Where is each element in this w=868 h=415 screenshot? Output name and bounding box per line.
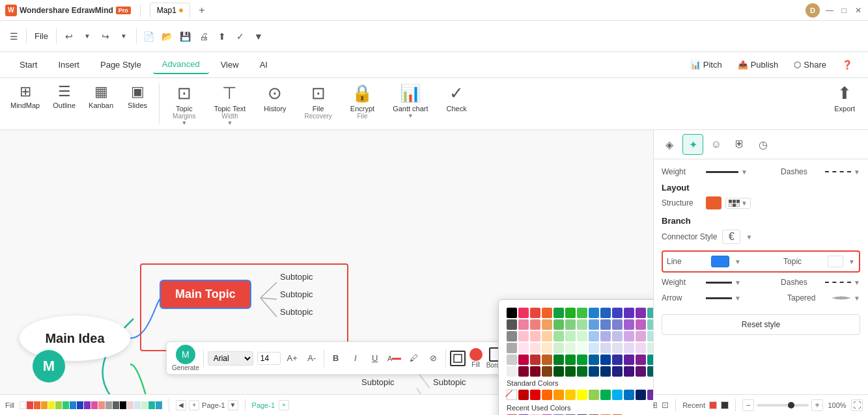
ribbon-slides[interactable]: ▣ Slides (121, 81, 154, 127)
sidebar-toggle[interactable]: ☰ (5, 28, 22, 45)
bb-color-lightgreen[interactable] (141, 401, 148, 409)
bb-color-purple[interactable] (84, 401, 91, 409)
menu-advanced[interactable]: Advanced (153, 55, 209, 74)
main-idea-node[interactable]: Main Idea (20, 315, 130, 361)
color-sienna[interactable] (542, 355, 552, 365)
color-lightpink[interactable] (518, 319, 529, 330)
menu-insert[interactable]: Insert (49, 56, 89, 74)
ribbon-check[interactable]: ✓ Check (439, 81, 475, 127)
redo-arrow[interactable]: ▼ (115, 28, 132, 45)
redo-button[interactable]: ↪ (97, 28, 114, 45)
weight-control[interactable]: ▼ (706, 168, 748, 176)
dashes-control[interactable]: ▼ (825, 168, 860, 176)
ribbon-file-recovery[interactable]: ⊡ File Recovery (297, 81, 340, 127)
color-darkforest[interactable] (565, 366, 576, 377)
highlight-button[interactable]: 🖊 (406, 351, 422, 366)
share-button[interactable]: ⬡ Share (789, 57, 832, 72)
color-green4[interactable] (565, 355, 576, 365)
bb-color-lightblue2[interactable] (134, 401, 141, 409)
structure-color[interactable] (706, 196, 721, 209)
color-darknavy[interactable] (600, 366, 611, 377)
color-violet[interactable] (624, 308, 634, 318)
no-color[interactable] (507, 390, 517, 400)
recent-color-2[interactable] (721, 401, 729, 409)
color-skyblue[interactable] (589, 319, 599, 330)
color-green1[interactable] (553, 308, 564, 318)
color-aliceblue[interactable] (589, 343, 599, 353)
color-darkteal[interactable] (647, 355, 653, 365)
color-blue1[interactable] (589, 308, 599, 318)
bb-color-yellow[interactable] (48, 401, 55, 409)
color-salmon[interactable] (530, 319, 540, 330)
publish-button[interactable]: 📤 Publish (733, 57, 784, 72)
color-apricot[interactable] (542, 331, 552, 341)
color-gray[interactable] (507, 331, 517, 341)
color-lilac[interactable] (624, 331, 634, 341)
bb-color-red[interactable] (27, 401, 33, 409)
color-brown[interactable] (542, 366, 552, 377)
color-rose[interactable] (530, 331, 540, 341)
add-tab-button[interactable]: + (195, 4, 208, 17)
color-thistle[interactable] (636, 343, 646, 353)
std-color-3[interactable] (542, 390, 552, 400)
generate-button[interactable]: M Generate (172, 345, 199, 371)
color-lightperiwinkle[interactable] (600, 331, 611, 341)
std-color-8[interactable] (600, 390, 611, 400)
color-darkteal2[interactable] (647, 366, 653, 377)
weight-dropdown-arrow[interactable]: ▼ (741, 168, 748, 176)
bb-color-blue[interactable] (70, 401, 76, 409)
std-color-10[interactable] (624, 390, 634, 400)
color-honeydew2[interactable] (577, 343, 587, 353)
export-button[interactable]: ⬆ (214, 28, 231, 45)
color-lavender2[interactable] (518, 343, 529, 353)
color-darkindigo[interactable] (612, 366, 623, 377)
color-whitesmoke[interactable] (507, 366, 517, 377)
bb-color-darkblue[interactable] (77, 401, 83, 409)
ribbon-topic-margins[interactable]: ⊡ Topic Margins ▼ (165, 81, 204, 127)
color-darkviolet[interactable] (624, 366, 634, 377)
subtopic-2[interactable]: Subtopic (280, 289, 313, 299)
bb-color-darkgray[interactable] (113, 401, 119, 409)
subtopic-1[interactable]: Subtopic (280, 272, 313, 282)
rp-tab-clock[interactable]: ◷ (753, 134, 774, 155)
close-button[interactable]: ✕ (854, 6, 863, 15)
ribbon-gantt[interactable]: 📊 Gantt chart ▼ (385, 81, 436, 127)
add-page-btn[interactable]: + (189, 400, 199, 410)
ribbon-outline[interactable]: ☰ Outline (48, 81, 81, 127)
bb-color-salmon[interactable] (98, 401, 105, 409)
bb-color-amber[interactable] (41, 401, 48, 409)
rp-tab-emoji[interactable]: ☺ (706, 134, 727, 155)
ribbon-mindmap[interactable]: ⊞ MindMap (5, 81, 45, 127)
color-lavenderblue[interactable] (612, 331, 623, 341)
bottom-icon-5[interactable]: ⊡ (662, 400, 669, 410)
std-color-7[interactable] (589, 390, 599, 400)
color-mistyrose[interactable] (530, 343, 540, 353)
undo-button[interactable]: ↩ (61, 28, 77, 45)
file-menu[interactable]: File (31, 30, 52, 42)
undo-arrow[interactable]: ▼ (79, 28, 96, 45)
canvas[interactable]: Main Idea Main Topic Main Topic Subtopic… (0, 130, 653, 415)
dashes-dropdown-arrow[interactable]: ▼ (854, 168, 860, 176)
color-junglegreen[interactable] (577, 366, 587, 377)
menu-view[interactable]: View (212, 56, 248, 74)
subtopic-3[interactable]: Subtopic (280, 307, 313, 317)
zoom-out-btn[interactable]: − (742, 399, 754, 411)
recent-color-1[interactable] (709, 401, 717, 409)
font-size-input[interactable] (257, 352, 281, 365)
color-aquamarine[interactable] (647, 319, 653, 330)
color-green2[interactable] (565, 308, 576, 318)
clear-format-button[interactable]: ⊘ (426, 351, 441, 366)
fill-circle[interactable] (469, 348, 483, 361)
color-darkpurple[interactable] (636, 366, 646, 377)
check-button[interactable]: ✓ (232, 28, 249, 45)
color-green3[interactable] (577, 308, 587, 318)
ribbon-topic-text-width[interactable]: ⊤ Topic Text Width ▼ (206, 81, 254, 127)
color-midnightblue[interactable] (589, 366, 599, 377)
color-peach[interactable] (542, 319, 552, 330)
bb-color-black[interactable] (120, 401, 126, 409)
subtopic-4[interactable]: Subtopic (361, 377, 395, 387)
color-midgreen[interactable] (553, 319, 564, 330)
topic-dropdown-arrow[interactable]: ▼ (848, 258, 855, 265)
minimize-button[interactable]: — (825, 6, 834, 15)
std-color-1[interactable] (518, 390, 529, 400)
